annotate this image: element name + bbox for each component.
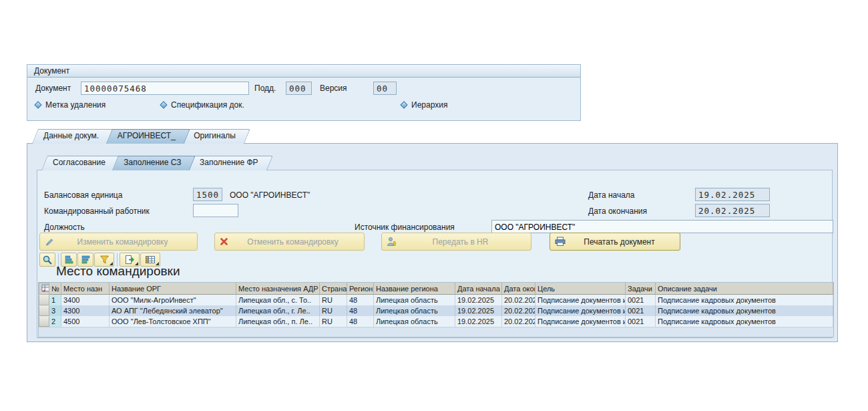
send-to-hr-button[interactable]: Передать в HR <box>381 233 531 251</box>
cell-region: 48 <box>347 316 374 327</box>
cell-country: RU <box>320 295 347 305</box>
cell-region: 48 <box>347 295 374 305</box>
document-label: Документ <box>35 84 71 93</box>
change-trip-button[interactable]: Изменить командировку <box>39 233 198 251</box>
table-row[interactable]: 1 3400 ООО "Милк-АгроИнвест" Липецкая об… <box>39 295 833 305</box>
hierarchy-flag-label: Иерархия <box>411 100 447 110</box>
employee-label: Командированный работник <box>44 207 150 216</box>
row-select-cell[interactable] <box>39 305 49 316</box>
printer-icon <box>555 237 566 247</box>
tab-fill-fr[interactable]: Заполнение ФР <box>188 156 267 170</box>
col-header-task-desc[interactable]: Описание задачи <box>656 283 833 295</box>
red-cross-icon <box>220 237 228 246</box>
start-date-label: Дата начала <box>588 190 635 200</box>
cell-task-desc: Подписание кадровых документов <box>656 316 833 327</box>
funding-source-label: Источник финансирования <box>355 223 455 232</box>
sort-desc-icon <box>81 255 91 265</box>
table-row[interactable]: 2 4500 ООО "Лев-Толстовское ХПП" Липецка… <box>39 316 833 327</box>
cell-region-name: Липецкая область <box>374 316 455 327</box>
cell-date-start: 19.02.2025 <box>455 316 502 327</box>
row-select-cell[interactable] <box>39 295 49 305</box>
diamond-indicator-icon <box>160 101 167 108</box>
row-select-cell[interactable] <box>39 316 49 327</box>
cell-tasks: 0021 <box>626 316 656 327</box>
tab-fill-sz[interactable]: Заполнение СЗ <box>112 156 190 170</box>
col-header-date-end[interactable]: Дата оконч <box>502 283 535 295</box>
col-header-purpose[interactable]: Цель <box>535 283 626 295</box>
version-label: Версия <box>320 84 347 93</box>
export-icon <box>124 255 135 265</box>
cell-org: АО АПГ "Лебедянский элеватор" <box>110 305 236 316</box>
document-number-field[interactable] <box>81 82 249 95</box>
cell-country: RU <box>320 305 347 316</box>
main-tabstrip: Данные докум. АГРОИНВЕСТ_ Оригиналы <box>32 129 240 144</box>
col-header-country[interactable]: Страна <box>320 283 347 295</box>
col-header-addr[interactable]: Место назначения АДР <box>236 283 320 295</box>
col-header-date-start[interactable]: Дата начала <box>455 283 502 295</box>
cell-addr: Липецкая обл., п. Ле.. <box>236 316 320 327</box>
balance-unit-field[interactable] <box>193 188 222 201</box>
groupbox-title: Документ <box>27 65 580 78</box>
cell-date-end: 20.02.2025 <box>502 295 535 305</box>
person-icon <box>387 237 397 247</box>
podd-field[interactable] <box>286 82 312 95</box>
cell-tasks: 0021 <box>626 295 656 305</box>
cell-addr: Липецкая обл., г. Ле.. <box>236 305 320 316</box>
funding-source-field[interactable] <box>491 220 833 233</box>
col-header-region[interactable]: Регион <box>347 283 374 295</box>
cell-date-start: 19.02.2025 <box>455 305 502 316</box>
find-button[interactable] <box>39 253 55 267</box>
tab-agroinvest[interactable]: АГРОИНВЕСТ_ <box>106 129 184 144</box>
pencil-icon <box>45 237 55 247</box>
col-header-org[interactable]: Название ОРГ <box>110 283 236 295</box>
sub-tab-panel: Балансовая единица ООО "АГРОИНВЕСТ" Дата… <box>37 170 833 338</box>
sort-asc-icon <box>64 255 74 265</box>
select-all-cell[interactable] <box>39 283 49 295</box>
tab-approval[interactable]: Согласование <box>41 156 114 170</box>
cell-dest: 4300 <box>61 305 110 316</box>
tab-originals[interactable]: Оригиналы <box>182 129 244 144</box>
end-date-field[interactable] <box>695 204 770 217</box>
cell-num: 1 <box>49 295 61 305</box>
cancel-trip-label: Отменить командировку <box>231 237 364 247</box>
cell-country: RU <box>320 316 347 327</box>
col-header-dest[interactable]: Место назн <box>61 283 110 295</box>
select-all-icon <box>41 284 49 292</box>
deletion-flag-label: Метка удаления <box>45 100 105 110</box>
cell-date-end: 20.02.2025 <box>502 316 535 327</box>
podd-label: Подд. <box>254 84 276 93</box>
balance-unit-label: Балансовая единица <box>44 190 122 200</box>
cancel-trip-button[interactable]: Отменить командировку <box>214 233 365 251</box>
cell-task-desc: Подписание кадровых документов <box>656 305 833 316</box>
cell-num: 2 <box>49 316 61 327</box>
print-document-button[interactable]: Печатать документ <box>550 233 680 251</box>
table-layout-icon <box>145 255 156 265</box>
col-header-num[interactable]: № <box>49 283 61 295</box>
cell-dest: 4500 <box>61 316 110 327</box>
filter-icon <box>99 255 110 265</box>
tab-document-data[interactable]: Данные докум. <box>32 129 107 144</box>
table-row[interactable]: 3 4300 АО АПГ "Лебедянский элеватор" Лип… <box>39 305 833 316</box>
cell-region: 48 <box>347 305 374 316</box>
doc-spec-flag-label: Спецификация док. <box>171 100 244 110</box>
cell-addr: Липецкая обл., с. То.. <box>236 295 320 305</box>
start-date-field[interactable] <box>695 188 770 201</box>
table-title: Место командировки <box>56 264 180 279</box>
cell-task-desc: Подписание кадровых документов <box>656 295 833 305</box>
table-footer-strip <box>39 327 833 337</box>
cell-org: ООО "Милк-АгроИнвест" <box>110 295 236 305</box>
cell-purpose: Подписание документов и ... <box>535 295 626 305</box>
sub-tabstrip: Согласование Заполнение СЗ Заполнение ФР <box>41 156 262 170</box>
col-header-tasks[interactable]: Задачи <box>626 283 656 295</box>
diamond-indicator-icon <box>34 101 41 108</box>
cell-purpose: Подписание документов и ... <box>535 316 626 327</box>
employee-field[interactable] <box>193 204 238 217</box>
send-to-hr-label: Передать в HR <box>399 237 531 247</box>
document-groupbox: Документ Документ Подд. Версия Метка уда… <box>27 64 581 121</box>
end-date-label: Дата окончания <box>588 207 647 216</box>
print-document-label: Печатать документ <box>568 237 680 247</box>
version-field[interactable] <box>373 82 397 95</box>
col-header-region-name[interactable]: Название региона <box>374 283 455 295</box>
cell-dest: 3400 <box>61 295 110 305</box>
trip-destinations-table: № Место назн Название ОРГ Место назначен… <box>38 282 834 337</box>
